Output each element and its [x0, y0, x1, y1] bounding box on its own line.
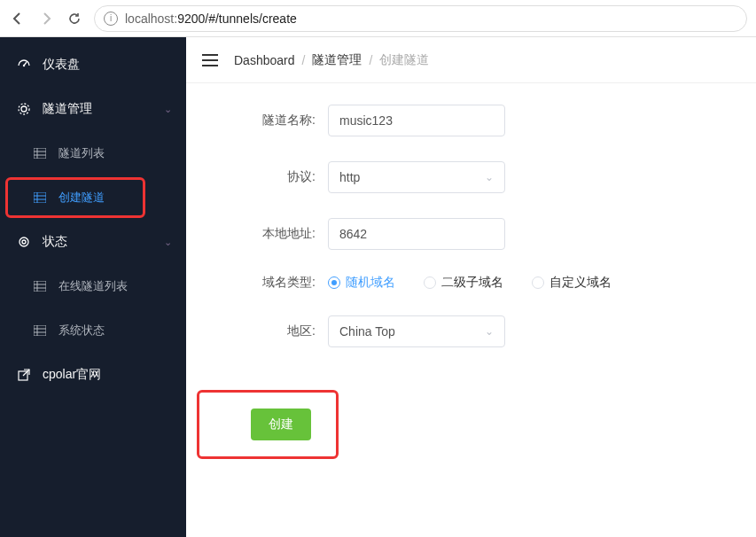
sidebar-label: 在线隧道列表: [58, 278, 128, 294]
grid-icon: [32, 281, 48, 292]
sidebar-item-create-tunnel[interactable]: 创建隧道: [0, 175, 186, 220]
forward-button[interactable]: [37, 10, 55, 27]
sidebar-item-dashboard[interactable]: 仪表盘: [0, 43, 186, 87]
circle-icon: [16, 235, 32, 249]
external-link-icon: [16, 369, 32, 381]
grid-icon: [32, 325, 48, 336]
sidebar: 仪表盘 隧道管理 ⌄ 隧道列表 创建隧道 状态 ⌄ 在线隧道列表 系统状态: [0, 37, 186, 537]
radio-random-domain[interactable]: 随机域名: [328, 275, 395, 291]
svg-point-12: [22, 240, 26, 244]
sidebar-item-status[interactable]: 状态 ⌄: [0, 220, 186, 264]
protocol-select[interactable]: http ⌄: [328, 161, 505, 193]
browser-toolbar: i localhost:9200/#/tunnels/create: [0, 0, 756, 37]
chevron-down-icon: ⌄: [485, 325, 494, 338]
chevron-down-icon: ⌄: [164, 104, 172, 115]
topbar: Dashboard / 隧道管理 / 创建隧道: [186, 37, 756, 83]
radio-dot-icon: [424, 276, 436, 289]
svg-point-1: [21, 106, 27, 112]
sidebar-item-tunnel-list[interactable]: 隧道列表: [0, 131, 186, 175]
toggle-sidebar-button[interactable]: [202, 54, 218, 66]
breadcrumb-item[interactable]: 隧道管理: [312, 52, 362, 68]
radio-dot-icon: [328, 276, 340, 289]
sidebar-item-cpolar-site[interactable]: cpolar官网: [0, 353, 186, 397]
address-bar[interactable]: i localhost:9200/#/tunnels/create: [94, 5, 747, 32]
domain-type-radio-group: 随机域名 二级子域名 自定义域名: [328, 275, 612, 291]
breadcrumb-current: 创建隧道: [379, 52, 429, 68]
sidebar-label: 系统状态: [58, 323, 105, 339]
chevron-down-icon: ⌄: [485, 171, 494, 183]
local-addr-label: 本地地址:: [186, 226, 328, 242]
sidebar-label: 状态: [43, 234, 67, 250]
sidebar-label: 隧道列表: [58, 145, 105, 161]
grid-icon: [32, 148, 48, 159]
create-tunnel-form: 隧道名称: music123 协议: http ⌄ 本地地址: 8642 域名类…: [186, 83, 756, 537]
sidebar-item-system-status[interactable]: 系统状态: [0, 308, 186, 353]
url-path: 9200/#/tunnels/create: [177, 12, 297, 26]
breadcrumb-item[interactable]: Dashboard: [234, 53, 295, 67]
site-info-icon[interactable]: i: [104, 12, 118, 26]
back-button[interactable]: [9, 10, 27, 27]
svg-rect-13: [34, 281, 46, 292]
breadcrumb-separator: /: [302, 53, 306, 67]
local-addr-input[interactable]: 8642: [328, 218, 505, 250]
name-input[interactable]: music123: [328, 105, 505, 136]
protocol-label: 协议:: [186, 169, 328, 185]
radio-subdomain[interactable]: 二级子域名: [424, 275, 503, 291]
svg-rect-7: [34, 192, 46, 203]
domain-type-label: 域名类型:: [186, 275, 328, 291]
grid-icon: [32, 192, 48, 203]
sidebar-item-online-tunnels[interactable]: 在线隧道列表: [0, 264, 186, 308]
svg-point-11: [19, 237, 28, 246]
region-label: 地区:: [186, 323, 328, 339]
create-button[interactable]: 创建: [251, 409, 311, 440]
svg-rect-3: [34, 148, 46, 159]
svg-rect-17: [34, 325, 46, 336]
svg-point-0: [23, 65, 25, 66]
name-label: 隧道名称:: [186, 113, 328, 128]
radio-dot-icon: [532, 276, 544, 289]
annotation-highlight: 创建: [197, 390, 339, 459]
sidebar-item-tunnel-manage[interactable]: 隧道管理 ⌄: [0, 87, 186, 131]
svg-point-2: [19, 104, 29, 114]
sidebar-label: 隧道管理: [43, 101, 92, 117]
url-host: localhost:: [125, 12, 177, 26]
breadcrumb: Dashboard / 隧道管理 / 创建隧道: [234, 52, 429, 68]
breadcrumb-separator: /: [369, 53, 372, 67]
gear-icon: [16, 102, 32, 116]
reload-button[interactable]: [66, 10, 83, 27]
radio-custom-domain[interactable]: 自定义域名: [532, 275, 612, 291]
region-select[interactable]: China Top ⌄: [328, 315, 505, 347]
content-area: Dashboard / 隧道管理 / 创建隧道 隧道名称: music123 协…: [186, 37, 756, 537]
chevron-down-icon: ⌄: [164, 237, 172, 248]
dashboard-icon: [16, 58, 32, 72]
sidebar-label: 创建隧道: [58, 190, 105, 206]
sidebar-label: cpolar官网: [43, 367, 101, 383]
sidebar-label: 仪表盘: [43, 57, 80, 73]
